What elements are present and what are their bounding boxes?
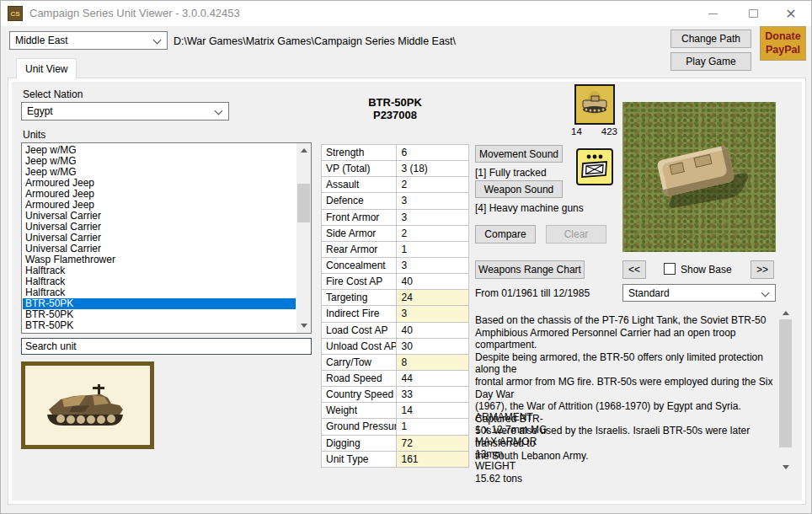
unit-counter-icon[interactable] xyxy=(574,84,615,125)
play-game-button[interactable]: Play Game xyxy=(670,52,751,71)
unit-title: BTR-50PK P237008 xyxy=(321,96,469,121)
stat-label: Carry/Tow xyxy=(322,355,397,371)
vehicle-hatch xyxy=(693,154,712,168)
stat-value: 1 xyxy=(397,242,469,258)
scrollbar-thumb[interactable] xyxy=(779,319,792,447)
stat-value: 40 xyxy=(397,274,469,290)
previous-unit-button[interactable]: << xyxy=(622,260,646,279)
stat-label: Country Speed xyxy=(322,387,397,403)
change-path-button[interactable]: Change Path xyxy=(670,29,751,48)
select-nation-label: Select Nation xyxy=(23,88,83,100)
movement-type-label: [1] Fully tracked xyxy=(475,167,547,179)
unit-code: P237008 xyxy=(321,109,469,121)
minimize-button[interactable] xyxy=(698,1,727,26)
stat-value: 6 xyxy=(397,145,469,161)
unit-name: BTR-50PK xyxy=(321,96,469,109)
stat-row: Fire Cost AP40 xyxy=(322,274,469,290)
show-base-checkbox[interactable] xyxy=(664,263,676,275)
stats-table: Strength6VP (Total)3 (18)Assault2Defence… xyxy=(321,144,469,468)
close-icon: ✕ xyxy=(785,6,796,22)
vehicle-hatch xyxy=(670,162,685,174)
stat-row: Road Speed44 xyxy=(322,371,469,387)
stat-value: 33 xyxy=(397,387,469,403)
stat-value: 3 xyxy=(397,306,469,322)
arrow-up-icon xyxy=(783,311,789,315)
weapons-range-chart-button[interactable]: Weapons Range Chart xyxy=(475,260,585,279)
stat-row: Load Cost AP40 xyxy=(322,323,469,339)
units-scrollbar[interactable] xyxy=(296,143,311,333)
nation-dropdown[interactable]: Egypt xyxy=(21,102,229,120)
title-bar: CS Campaign Series Unit Viewer - 3.0.0.4… xyxy=(1,1,811,26)
tab-unit-view[interactable]: Unit View xyxy=(16,58,77,78)
scroll-down-button[interactable] xyxy=(296,319,311,333)
stat-row: Defence3 xyxy=(322,193,469,209)
stat-value: 14 xyxy=(397,403,469,419)
stat-label: Road Speed xyxy=(322,371,397,387)
game-select-value: Middle East xyxy=(15,35,68,46)
stat-value: 24 xyxy=(397,290,469,306)
stat-value: 40 xyxy=(397,323,469,339)
stat-label: Digging xyxy=(322,436,397,452)
stat-value: 3 xyxy=(397,258,469,274)
stat-label: Defence xyxy=(322,193,397,209)
description-scrollbar[interactable] xyxy=(778,306,793,474)
stat-label: Concealment xyxy=(322,258,397,274)
game-select-dropdown[interactable]: Middle East xyxy=(9,31,168,50)
scroll-up-button[interactable] xyxy=(778,306,793,320)
minimize-icon xyxy=(708,13,718,14)
unit-3d-render-image xyxy=(622,102,776,252)
stat-label: Unload Cost AP xyxy=(322,339,397,355)
close-button[interactable]: ✕ xyxy=(777,1,805,26)
show-base-label: Show Base xyxy=(681,264,732,276)
clear-button[interactable]: Clear xyxy=(546,225,606,244)
scroll-down-button[interactable] xyxy=(778,460,793,474)
stat-row: Carry/Tow8 xyxy=(322,355,469,371)
nation-value: Egypt xyxy=(27,105,53,117)
compare-button[interactable]: Compare xyxy=(475,225,536,244)
stat-value: 8 xyxy=(397,355,469,371)
maximize-button[interactable] xyxy=(739,1,767,26)
stat-row: Indirect Fire3 xyxy=(322,306,469,322)
counter-number-left: 14 xyxy=(571,126,582,137)
stat-value: 3 xyxy=(397,210,469,226)
stat-label: Fire Cost AP xyxy=(322,274,397,290)
stat-row: Front Armor3 xyxy=(322,210,469,226)
stat-value: 2 xyxy=(397,226,469,242)
unit-profile-art xyxy=(25,366,150,445)
stat-row: Targeting24 xyxy=(322,290,469,306)
weapon-sound-button[interactable]: Weapon Sound xyxy=(475,180,563,198)
stat-value: 2 xyxy=(397,177,469,193)
stat-row: Unload Cost AP30 xyxy=(322,339,469,355)
next-unit-button[interactable]: >> xyxy=(751,260,774,279)
movement-sound-button[interactable]: Movement Sound xyxy=(475,145,563,163)
unit-armament: ARMAMENT 1 x 12.7mm MG MAX ARMOR 13mm WE… xyxy=(475,411,778,485)
view-mode-dropdown[interactable]: Standard xyxy=(622,284,776,302)
chevron-down-icon xyxy=(761,289,770,297)
stat-row: Assault2 xyxy=(322,177,469,193)
scroll-up-button[interactable] xyxy=(296,143,311,158)
arrow-down-icon xyxy=(783,465,789,469)
units-listbox-items: Jeep w/MGJeep w/MGJeep w/MGArmoured Jeep… xyxy=(23,145,296,331)
list-item[interactable]: BTR-50PK xyxy=(23,320,296,331)
stat-label: Front Armor xyxy=(322,210,397,226)
stat-row: Concealment3 xyxy=(322,258,469,274)
stat-row: VP (Total)3 (18) xyxy=(322,161,469,177)
view-mode-value: Standard xyxy=(628,287,670,299)
scrollbar-thumb[interactable] xyxy=(297,184,310,222)
stat-row: Unit Type161 xyxy=(322,452,469,468)
unit-profile-image xyxy=(21,361,154,449)
stat-label: Side Armor xyxy=(322,226,397,242)
stat-row: Rear Armor1 xyxy=(322,242,469,258)
counter-number-right: 423 xyxy=(601,126,617,137)
units-listbox[interactable]: Jeep w/MGJeep w/MGJeep w/MGArmoured Jeep… xyxy=(21,142,312,334)
stat-label: Assault xyxy=(322,177,397,193)
search-input[interactable] xyxy=(21,338,312,355)
donate-paypal-button[interactable]: DonatePayPal xyxy=(760,26,806,61)
arrow-up-icon xyxy=(301,148,307,153)
unit-counter-art xyxy=(574,84,615,125)
stat-value: 44 xyxy=(397,371,469,387)
apc-platoon-symbol-icon[interactable] xyxy=(576,148,613,185)
date-range-label: From 01/1961 till 12/1985 xyxy=(475,287,590,299)
donate-label: DonatePayPal xyxy=(765,30,800,56)
stat-value: 3 (18) xyxy=(397,161,469,177)
